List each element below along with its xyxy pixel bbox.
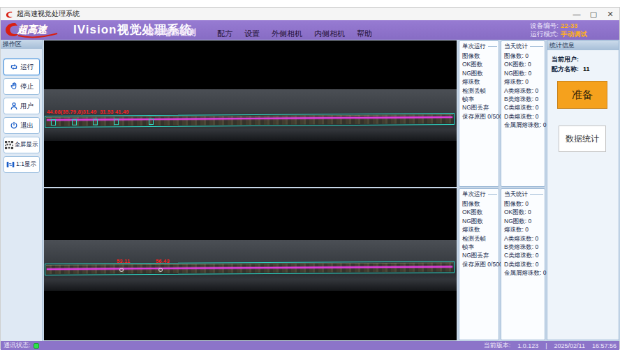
stat-row: NG图丢弃	[462, 251, 499, 259]
detection-tick	[72, 119, 77, 126]
stats-panel-outer: 单次运行 图像数 OK图数 NG图数 熔珠数 检测丢帧 帧率 NG图丢弃 保存原…	[459, 40, 545, 187]
window-titlebar: 超高速视觉处理系统 — ▢ ✕	[1, 8, 619, 20]
app-icon	[6, 10, 13, 18]
stat-row: D类熔珠数: 0	[504, 112, 545, 121]
exit-button[interactable]: 退出	[3, 117, 40, 134]
operation-sidebar: 操作区 运行 停止 用户	[1, 40, 43, 341]
comm-status-label: 通讯状态:	[3, 341, 31, 350]
close-button[interactable]: ✕	[605, 10, 615, 19]
one-to-one-display-label: 1:1显示	[16, 160, 36, 169]
stat-row: 熔珠数	[462, 77, 499, 86]
stat-row: 图像数: 0	[504, 52, 545, 60]
stat-row: 金属屑熔珠数: 0	[504, 268, 545, 277]
status-time: 16:57:56	[592, 342, 617, 349]
exit-button-label: 退出	[20, 121, 34, 130]
run-mode-label: 运行模式:	[530, 30, 559, 38]
stat-row: 帧率	[462, 95, 499, 103]
device-id-label: 设备编号:	[530, 22, 559, 29]
single-run-groupbox: 单次运行 图像数 OK图数 NG图数 熔珠数 检测丢帧 帧率 NG图丢弃 保存原…	[459, 40, 499, 187]
stat-row: C类熔珠数: 0	[504, 103, 545, 112]
user-button[interactable]: 用户	[3, 98, 40, 114]
stat-row: 检测丢帧	[462, 86, 499, 95]
stat-row: 熔珠数: 0	[504, 225, 545, 234]
comm-status-indicator	[34, 343, 39, 349]
statistics-info-title: 统计信息	[547, 41, 619, 50]
desktop: 超高速视觉处理系统 — ▢ ✕ 超高速 IVision视觉处理系统 熔珠端面检测…	[0, 0, 620, 364]
stat-row: 检测丢帧	[462, 234, 499, 243]
app-subtitle: 熔珠端面检测	[146, 26, 196, 38]
main-content: 操作区 运行 停止 用户	[1, 40, 620, 341]
today-stats-title: 当天统计	[504, 190, 528, 199]
detection-tick	[149, 119, 154, 125]
stat-row: NG图数: 0	[504, 217, 545, 225]
minimize-button[interactable]: —	[572, 10, 582, 18]
status-date: 2025/02/11	[554, 342, 585, 349]
menu-item-settings[interactable]: 设置	[244, 29, 260, 39]
menu-item-recipe[interactable]: 配方	[217, 29, 232, 39]
recipe-name-label: 配方名称:	[552, 66, 579, 73]
stat-row: A类熔珠数: 0	[504, 86, 545, 95]
data-statistics-button[interactable]: 数据统计	[559, 126, 606, 152]
maximize-button[interactable]: ▢	[589, 10, 598, 19]
menu-item-outer-camera[interactable]: 外侧相机	[272, 29, 302, 39]
brand-logo: 超高速	[4, 21, 71, 39]
inner-camera-view[interactable]: 53.11 56.43	[44, 188, 457, 340]
stat-row: B类熔珠数: 0	[504, 243, 545, 251]
stop-hand-icon	[9, 82, 19, 91]
stats-panel-inner: 单次运行 图像数 OK图数 NG图数 熔珠数 检测丢帧 帧率 NG图丢弃 保存原…	[459, 188, 545, 340]
operation-area-title: 操作区	[1, 40, 42, 49]
stat-row: C类熔珠数: 0	[504, 251, 545, 259]
user-icon	[9, 101, 19, 111]
version-label: 当前版本:	[484, 341, 511, 350]
stat-row: D类熔珠数: 0	[504, 260, 545, 268]
main-menu: 配方 设置 外侧相机 内侧相机 帮助	[217, 29, 372, 39]
stat-row: 保存原图 0/500	[462, 260, 499, 268]
single-run-title: 单次运行	[462, 190, 486, 199]
stat-row: 熔珠数	[462, 225, 499, 234]
stat-row: OK图数: 0	[504, 208, 545, 216]
version-value: 1.0.123	[517, 342, 538, 349]
defect-marker	[119, 268, 124, 272]
menu-item-help[interactable]: 帮助	[357, 29, 372, 39]
stop-button-label: 停止	[20, 82, 34, 91]
exit-power-icon	[9, 121, 19, 130]
run-button[interactable]: 运行	[3, 59, 40, 75]
prepare-button[interactable]: 准备	[557, 81, 607, 109]
current-user-row: 当前用户:	[552, 55, 579, 64]
outer-camera-view[interactable]: 44.08(35.79,8)31.49 31.53 41.49	[44, 40, 457, 187]
recipe-name-value: 11	[583, 66, 590, 73]
status-separator: |	[545, 342, 547, 349]
single-run-title: 单次运行	[462, 43, 486, 51]
detection-tick	[93, 119, 98, 125]
stat-row: OK图数	[462, 60, 499, 68]
detection-tick	[51, 119, 56, 126]
stat-row: B类熔珠数: 0	[504, 95, 545, 103]
weld-strip-overlay	[44, 261, 457, 275]
stat-row: 图像数: 0	[504, 199, 545, 208]
app-header: 超高速 IVision视觉处理系统 熔珠端面检测 配方 设置 外侧相机 内侧相机…	[1, 20, 619, 40]
statistics-info-panel: 统计信息 当前用户: 配方名称:11 准备 数据统计	[547, 40, 619, 340]
today-stats-groupbox: 当天统计 图像数: 0 OK图数: 0 NG图数: 0 熔珠数: 0 A类熔珠数…	[501, 188, 545, 340]
today-stats-groupbox: 当天统计 图像数: 0 OK图数: 0 NG图数: 0 熔珠数: 0 A类熔珠数…	[501, 40, 545, 187]
stat-row: A类熔珠数: 0	[504, 234, 545, 243]
stat-row: 熔珠数: 0	[504, 77, 545, 86]
stat-row: NG图丢弃	[462, 103, 499, 112]
stat-row: 图像数	[462, 52, 499, 60]
status-bar: 通讯状态: 当前版本: 1.0.123 | 2025/02/11 16:57:5…	[1, 341, 619, 350]
stat-row: OK图数	[462, 208, 499, 216]
stat-row: NG图数	[462, 69, 499, 77]
stat-row: NG图数	[462, 217, 499, 225]
single-run-groupbox: 单次运行 图像数 OK图数 NG图数 熔珠数 检测丢帧 帧率 NG图丢弃 保存原…	[459, 188, 499, 340]
device-id-value: 22-33	[561, 22, 577, 29]
stop-button[interactable]: 停止	[3, 78, 40, 95]
fullscreen-display-button[interactable]: 全屏显示	[3, 137, 40, 153]
stat-row: NG图数: 0	[504, 69, 545, 77]
run-mode-value: 手动调试	[561, 30, 587, 38]
current-user-label: 当前用户:	[552, 56, 579, 63]
one-to-one-icon	[6, 160, 15, 169]
fullscreen-icon	[5, 141, 13, 149]
user-button-label: 用户	[20, 102, 34, 111]
one-to-one-display-button[interactable]: 1:1显示	[3, 156, 40, 173]
detection-tick	[114, 119, 119, 125]
menu-item-inner-camera[interactable]: 内侧相机	[314, 29, 345, 39]
